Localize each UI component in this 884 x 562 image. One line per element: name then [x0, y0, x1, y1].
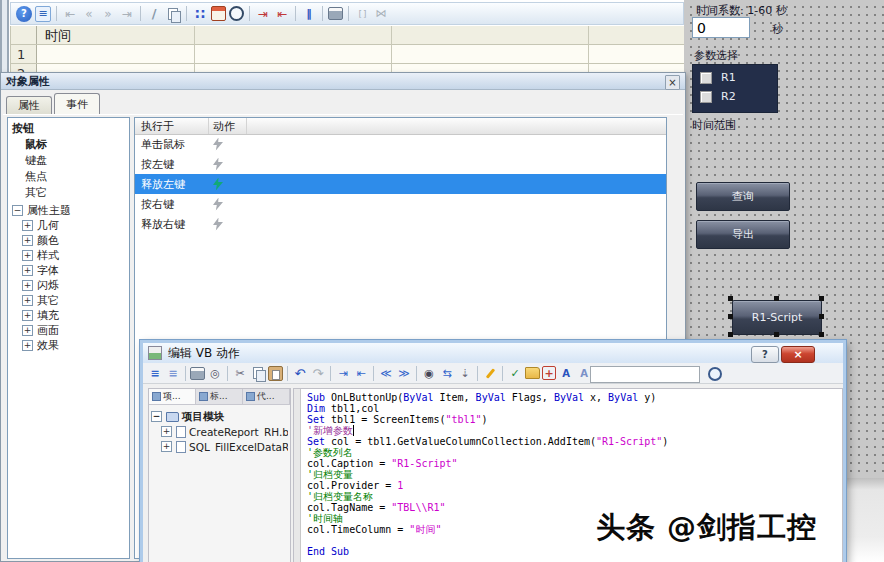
redo-icon[interactable] — [310, 365, 326, 381]
goto-icon[interactable] — [457, 365, 473, 381]
replace-icon[interactable] — [439, 365, 455, 381]
close-icon[interactable]: × — [665, 75, 680, 90]
selected-widget[interactable]: R1-Script — [728, 296, 824, 337]
export-button[interactable]: 导出 — [696, 220, 790, 249]
print-icon[interactable] — [328, 7, 343, 20]
vb-titlebar[interactable]: 编辑 VB 动作 — [143, 343, 843, 363]
print-icon[interactable] — [190, 367, 205, 380]
expand-icon[interactable]: + — [22, 220, 33, 231]
event-row[interactable]: 单击鼠标 — [135, 134, 666, 154]
indent-icon[interactable] — [335, 365, 351, 381]
vb-panel-tab[interactable]: 项... — [149, 389, 196, 404]
tree-item[interactable]: +其它 — [8, 293, 129, 308]
resize-handle[interactable] — [819, 296, 824, 301]
folder-icon[interactable] — [525, 367, 540, 379]
time-column-header[interactable]: 时间 — [45, 27, 71, 45]
close-icon[interactable]: × — [781, 346, 815, 363]
query-button[interactable]: 查询 — [696, 182, 790, 211]
nav-last-icon[interactable] — [119, 6, 135, 22]
table-row[interactable]: 1 — [11, 45, 685, 64]
find-icon[interactable] — [421, 365, 437, 381]
expand-icon[interactable]: + — [22, 235, 33, 246]
expand-icon[interactable]: + — [22, 265, 33, 276]
event-row[interactable]: 按右键 — [135, 194, 666, 214]
expand-icon[interactable]: + — [22, 340, 33, 351]
add-icon[interactable] — [542, 366, 556, 380]
nav-first-icon[interactable] — [62, 6, 78, 22]
collapse-icon[interactable]: − — [151, 411, 162, 422]
tree-item[interactable]: +样式 — [8, 248, 129, 263]
resize-handle[interactable] — [819, 314, 824, 319]
event-row[interactable]: 释放右键 — [135, 214, 666, 234]
table-row[interactable]: 2 — [11, 64, 685, 72]
undo-icon[interactable] — [292, 365, 308, 381]
list1-icon[interactable] — [147, 365, 163, 381]
vb-panel-tab[interactable]: 标... — [196, 389, 243, 404]
tree-item[interactable]: 鼠标 — [8, 136, 129, 152]
help-icon[interactable]: ? — [751, 346, 779, 363]
shift-right-icon[interactable] — [396, 365, 412, 381]
tab-事件[interactable]: 事件 — [54, 93, 100, 114]
column-header[interactable]: 动作 — [209, 118, 247, 134]
resize-handle[interactable] — [774, 296, 779, 301]
join-icon[interactable] — [373, 6, 389, 22]
column-header[interactable]: 执行于 — [135, 118, 209, 134]
tree-item[interactable]: +字体 — [8, 263, 129, 278]
expand-icon[interactable]: + — [22, 250, 33, 261]
resize-handle[interactable] — [728, 332, 733, 337]
tree-group-row[interactable]: − 属性主题 — [8, 202, 129, 218]
wrench-icon[interactable] — [482, 365, 498, 381]
outdent-icon[interactable] — [353, 365, 369, 381]
tree-item[interactable]: 键盘 — [8, 152, 129, 168]
resize-handle[interactable] — [819, 332, 824, 337]
pause-icon[interactable] — [301, 6, 317, 22]
brackets-icon[interactable] — [354, 6, 370, 22]
left-splitter[interactable] — [0, 0, 9, 72]
copy-icon[interactable] — [165, 6, 181, 22]
bookmark-a-icon[interactable] — [558, 365, 574, 381]
resize-handle[interactable] — [728, 314, 733, 319]
time-coeff-input[interactable]: 0 — [692, 17, 750, 38]
collapse-icon[interactable]: − — [12, 205, 23, 216]
copy-icon[interactable] — [250, 365, 266, 381]
timer-icon[interactable] — [708, 367, 722, 381]
vb-toolbar-combo[interactable] — [590, 366, 700, 383]
tree-item[interactable]: +颜色 — [8, 233, 129, 248]
event-row[interactable]: 释放左键 — [135, 174, 666, 194]
vb-project-tree[interactable]: − 项目模块 +CreateReport_RH.bm+SQL_FillExcel… — [149, 405, 290, 458]
param-checkbox-row[interactable]: R1 — [700, 71, 777, 84]
expand-icon[interactable]: + — [22, 280, 33, 291]
shift-left-icon[interactable] — [378, 365, 394, 381]
dialog-titlebar[interactable]: 对象属性 — [1, 73, 685, 90]
tab-属性[interactable]: 属性 — [6, 96, 52, 114]
vb-tree-item[interactable]: +CreateReport_RH.bm — [151, 424, 288, 439]
checkbox[interactable] — [700, 91, 712, 103]
preview-icon[interactable] — [207, 365, 223, 381]
export-icon[interactable] — [274, 6, 290, 22]
tree-root-button[interactable]: 按钮 — [8, 120, 129, 136]
tree-item[interactable]: +几何 — [8, 218, 129, 233]
resize-handle[interactable] — [728, 296, 733, 301]
nav-next-icon[interactable] — [100, 6, 116, 22]
project-root-row[interactable]: − 项目模块 — [151, 409, 288, 424]
import-icon[interactable] — [255, 6, 271, 22]
expand-icon[interactable]: + — [22, 310, 33, 321]
tree-item[interactable]: 焦点 — [8, 168, 129, 184]
expand-icon[interactable]: + — [22, 295, 33, 306]
grid-icon[interactable] — [192, 6, 208, 22]
tree-item[interactable]: +闪烁 — [8, 278, 129, 293]
vb-tree-item[interactable]: +SQL_FillExcelDataRec — [151, 439, 288, 454]
event-row[interactable]: 按左键 — [135, 154, 666, 174]
tree-item[interactable]: 其它 — [8, 184, 129, 200]
cut-icon[interactable] — [232, 365, 248, 381]
help-icon[interactable] — [16, 6, 32, 22]
tree-item[interactable]: +填充 — [8, 308, 129, 323]
calendar-icon[interactable] — [211, 6, 226, 21]
tree-item[interactable]: +效果 — [8, 338, 129, 353]
run-check-icon[interactable] — [507, 365, 523, 381]
report-table[interactable]: 时间 1 2 — [10, 26, 685, 72]
edit-icon[interactable] — [146, 6, 162, 22]
list2-icon[interactable] — [165, 365, 181, 381]
expand-icon[interactable]: + — [22, 325, 33, 336]
vb-panel-tab[interactable]: 代... — [243, 389, 290, 404]
